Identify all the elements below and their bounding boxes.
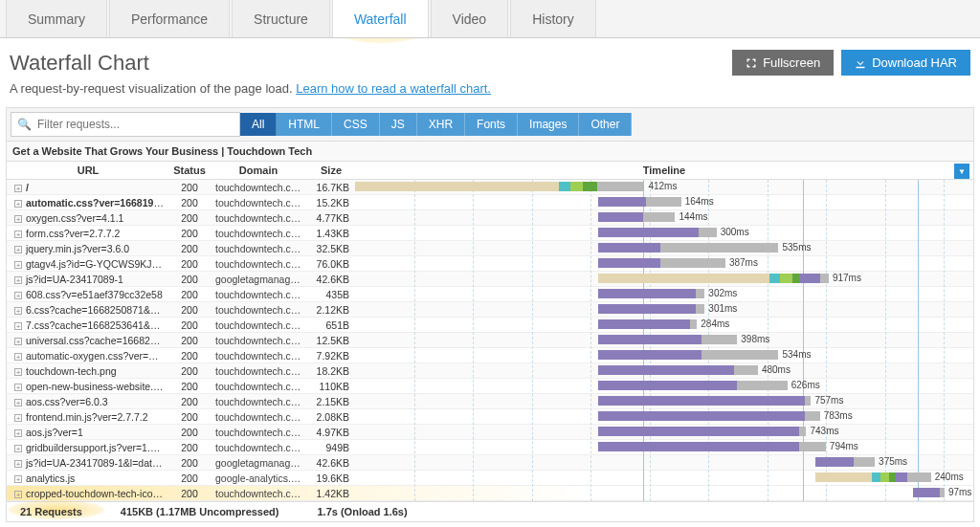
bar-label: 794ms (830, 441, 858, 451)
expand-icon[interactable]: + (14, 338, 22, 345)
bar-label: 387ms (729, 257, 758, 268)
filter-buttons: AllHTMLCSSJSXHRFontsImagesOther (240, 113, 632, 136)
cell-timeline: 794ms (355, 440, 973, 454)
expand-icon[interactable]: + (14, 384, 22, 391)
summary-bytes: 415KB (1.17MB Uncompressed) (121, 506, 279, 517)
cell-size: 1.42KB (307, 485, 355, 502)
download-icon (855, 57, 866, 69)
expand-icon[interactable]: + (14, 414, 22, 422)
page-title: Waterfall Chart (10, 51, 149, 76)
download-har-button[interactable]: Download HAR (841, 50, 970, 76)
expand-icon[interactable]: + (14, 491, 22, 498)
bar-label: 302ms (708, 288, 737, 298)
expand-icon[interactable]: + (14, 429, 22, 437)
expand-icon[interactable]: + (14, 399, 22, 406)
bar-label: 375ms (879, 456, 907, 467)
learn-link[interactable]: Learn how to read a waterfall chart. (296, 81, 491, 96)
cell-timeline: 284ms (355, 318, 973, 332)
col-status[interactable]: Status (169, 162, 210, 179)
table-row[interactable]: +cropped-touchdown-tech-icon-3...200touc… (7, 486, 973, 501)
bar-label: 301ms (708, 303, 737, 314)
expand-icon[interactable]: + (14, 322, 22, 330)
filter-all[interactable]: All (240, 113, 277, 136)
cell-timeline: 783ms (355, 409, 973, 424)
filter-other[interactable]: Other (579, 113, 632, 136)
bar-label: 535ms (782, 242, 811, 253)
expand-icon[interactable]: + (14, 475, 22, 483)
cell-timeline: 626ms (355, 379, 973, 393)
filter-bar: 🔍 AllHTMLCSSJSXHRFontsImagesOther (6, 107, 974, 142)
cell-timeline: 301ms (355, 302, 973, 317)
bar-label: 284ms (701, 318, 729, 329)
timeline-options-dropdown[interactable]: ▼ (954, 164, 969, 179)
expand-icon[interactable]: + (14, 261, 22, 269)
expand-icon[interactable]: + (14, 276, 22, 284)
tab-history[interactable]: History (510, 0, 596, 37)
bar-label: 757ms (814, 395, 843, 406)
expand-icon[interactable]: + (14, 246, 22, 253)
tab-structure[interactable]: Structure (232, 0, 330, 37)
cell-timeline: 302ms (355, 287, 973, 301)
filter-xhr[interactable]: XHR (417, 113, 465, 136)
bar-label: 917ms (833, 273, 861, 283)
cell-timeline: 97ms (355, 486, 973, 500)
cell-timeline: 535ms (355, 241, 973, 255)
expand-icon[interactable]: + (14, 353, 22, 361)
bar-label: 783ms (824, 410, 853, 421)
tab-waterfall[interactable]: Waterfall (332, 0, 429, 37)
page-description: A request-by-request visualization of th… (0, 81, 980, 107)
section-title: Get a Website That Grows Your Business |… (7, 142, 973, 162)
tab-video[interactable]: Video (431, 0, 509, 37)
filter-images[interactable]: Images (518, 113, 579, 136)
cell-timeline: 164ms (355, 195, 973, 209)
search-icon: 🔍 (11, 118, 37, 131)
expand-icon[interactable]: + (14, 185, 22, 192)
bar-label: 240ms (935, 472, 964, 482)
bar-label: 164ms (685, 196, 714, 207)
cell-timeline: 480ms (355, 363, 973, 378)
expand-icon[interactable]: + (14, 200, 22, 208)
filter-css[interactable]: CSS (332, 113, 380, 136)
expand-icon[interactable]: + (14, 307, 22, 315)
summary-requests: 21 Requests (20, 506, 82, 517)
filter-html[interactable]: HTML (277, 113, 332, 136)
tab-summary[interactable]: Summary (6, 0, 107, 37)
header-row: Waterfall Chart Fullscreen Download HAR (0, 38, 980, 81)
cell-timeline: 917ms (355, 272, 973, 286)
filter-input[interactable] (37, 113, 239, 136)
nav-tabs: SummaryPerformanceStructureWaterfallVide… (0, 0, 980, 38)
bar-label: 300ms (721, 227, 749, 237)
cell-status: 200 (169, 485, 210, 502)
cell-timeline: 375ms (355, 455, 973, 470)
bar-label: 97ms (948, 487, 971, 497)
cell-timeline: 300ms (355, 226, 973, 240)
col-size[interactable]: Size (307, 162, 355, 179)
tab-performance[interactable]: Performance (109, 0, 230, 37)
cell-timeline: 743ms (355, 425, 973, 439)
expand-icon[interactable]: + (14, 445, 22, 452)
cell-domain: touchdowntech.com (210, 485, 307, 502)
fullscreen-button[interactable]: Fullscreen (732, 50, 834, 76)
bar-label: 144ms (679, 211, 707, 222)
expand-icon[interactable]: + (14, 231, 22, 238)
cell-timeline: 534ms (355, 348, 973, 362)
col-url[interactable]: URL (7, 162, 169, 179)
bar-label: 412ms (648, 181, 677, 191)
filter-input-wrap: 🔍 (11, 112, 240, 137)
expand-icon[interactable]: + (14, 292, 22, 299)
expand-icon[interactable]: + (14, 460, 22, 468)
bar-label: 534ms (782, 349, 811, 360)
cell-timeline: 398ms (355, 333, 973, 347)
fullscreen-icon (746, 57, 757, 69)
filter-js[interactable]: JS (380, 113, 417, 136)
bar-label: 626ms (791, 380, 820, 390)
table-header: URL Status Domain Size Timeline ▼ (7, 162, 973, 180)
waterfall-table: Get a Website That Grows Your Business |… (6, 142, 974, 502)
cell-timeline: 757ms (355, 394, 973, 408)
expand-icon[interactable]: + (14, 368, 22, 376)
col-timeline[interactable]: Timeline ▼ (355, 162, 973, 179)
expand-icon[interactable]: + (14, 215, 22, 223)
col-domain[interactable]: Domain (210, 162, 307, 179)
cell-timeline: 240ms (355, 471, 973, 485)
filter-fonts[interactable]: Fonts (465, 113, 518, 136)
